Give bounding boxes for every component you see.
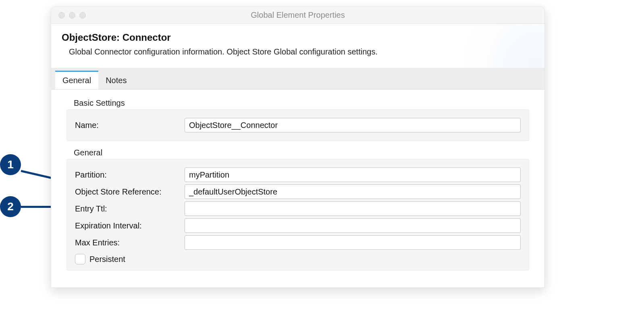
- window-controls: [58, 12, 86, 19]
- label-persistent: Persistent: [89, 255, 125, 264]
- callout-badge-2: 2: [0, 196, 21, 217]
- tab-general[interactable]: General: [55, 71, 98, 89]
- content-area: Basic Settings Name: General Partition: …: [51, 90, 544, 287]
- row-entry-ttl: Entry Ttl:: [75, 201, 521, 216]
- entry-ttl-input[interactable]: [185, 201, 521, 216]
- tabs-row: General Notes: [51, 68, 544, 90]
- label-object-store-reference: Object Store Reference:: [75, 187, 185, 197]
- window-title: Global Element Properties: [51, 10, 544, 20]
- minimize-icon[interactable]: [69, 12, 75, 19]
- page-title: ObjectStore: Connector: [62, 32, 534, 43]
- row-persistent: Persistent: [75, 254, 521, 264]
- label-partition: Partition:: [75, 170, 185, 180]
- section-general-label: General: [74, 148, 536, 157]
- row-max-entries: Max Entries:: [75, 235, 521, 250]
- row-partition: Partition:: [75, 167, 521, 182]
- section-basic-settings-label: Basic Settings: [74, 98, 536, 108]
- label-entry-ttl: Entry Ttl:: [75, 204, 185, 214]
- partition-input[interactable]: [185, 167, 521, 182]
- object-store-reference-input[interactable]: [185, 184, 521, 199]
- expiration-interval-input[interactable]: [185, 218, 521, 233]
- label-max-entries: Max Entries:: [75, 238, 185, 247]
- row-object-store-reference: Object Store Reference:: [75, 184, 521, 199]
- header-section: ObjectStore: Connector Global Connector …: [51, 24, 544, 68]
- label-expiration-interval: Expiration Interval:: [75, 221, 185, 230]
- page-subtitle: Global Connector configuration informati…: [62, 47, 534, 57]
- tab-notes[interactable]: Notes: [98, 71, 134, 89]
- row-name: Name:: [75, 118, 521, 132]
- row-expiration-interval: Expiration Interval:: [75, 218, 521, 233]
- group-basic-settings: Name:: [66, 109, 529, 141]
- group-general: Partition: Object Store Reference: Entry…: [66, 159, 529, 270]
- titlebar: Global Element Properties: [51, 7, 544, 24]
- persistent-checkbox[interactable]: [75, 254, 85, 264]
- callout-badge-1: 1: [0, 154, 21, 175]
- close-icon[interactable]: [58, 12, 65, 19]
- label-name: Name:: [75, 121, 185, 130]
- dialog-window: Global Element Properties ObjectStore: C…: [51, 6, 545, 288]
- maximize-icon[interactable]: [79, 12, 86, 19]
- name-input[interactable]: [185, 118, 521, 132]
- max-entries-input[interactable]: [185, 235, 521, 250]
